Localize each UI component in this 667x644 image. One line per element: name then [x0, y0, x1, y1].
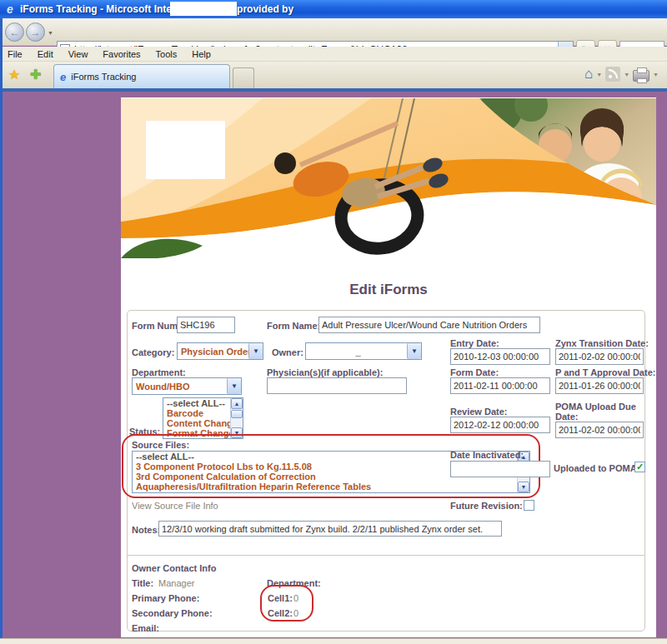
- department-label: Department:: [132, 367, 186, 377]
- pt-approval-date-label: P and T Approval Date:: [555, 367, 655, 377]
- status-scrollbar[interactable]: ▲ ▼: [230, 398, 243, 438]
- favorites-star-icon[interactable]: ★: [8, 67, 20, 82]
- future-revision-checkbox[interactable]: [524, 500, 534, 511]
- form-date-input[interactable]: [450, 377, 550, 394]
- department-select[interactable]: Wound/HBO ▼: [132, 377, 242, 395]
- physicians-input[interactable]: [267, 377, 407, 394]
- scroll-down-icon[interactable]: ▼: [231, 427, 243, 438]
- entry-date-input[interactable]: [450, 348, 550, 365]
- history-dropdown-icon[interactable]: ▼: [48, 30, 53, 36]
- chevron-down-icon[interactable]: ▼: [248, 343, 263, 359]
- scroll-up-icon[interactable]: ▲: [231, 398, 243, 409]
- poma-upload-due-date-label: POMA Upload Due Date:: [555, 402, 640, 422]
- menu-bar: File Edit View Favorites Tools Help: [0, 47, 667, 62]
- title-label: Title:: [132, 578, 153, 588]
- owner-contact-heading: Owner Contact Info: [132, 563, 216, 573]
- menu-favorites[interactable]: Favorites: [95, 49, 148, 59]
- notes-label: Notes:: [132, 525, 160, 535]
- ie-logo-icon: e: [3, 2, 17, 16]
- uploaded-to-poma-label: Uploaded to POMA:: [554, 463, 639, 473]
- zynx-transition-date-input[interactable]: [555, 348, 644, 365]
- form-name-input[interactable]: [318, 317, 540, 333]
- menu-file[interactable]: File: [0, 49, 30, 59]
- home-dropdown-icon[interactable]: ▼: [596, 72, 602, 77]
- redacted-box: [170, 2, 237, 16]
- category-label: Category:: [132, 347, 174, 357]
- menu-view[interactable]: View: [61, 49, 96, 59]
- form-num-label: Form Num:: [132, 321, 181, 331]
- chevron-down-icon[interactable]: ▼: [407, 343, 421, 359]
- window-left-border: [0, 18, 3, 638]
- form-date-label: Form Date:: [450, 367, 499, 377]
- future-revision-label: Future Revision:: [450, 501, 523, 511]
- zynx-transition-date-label: Zynx Transition Date:: [555, 338, 649, 348]
- view-source-file-info-link[interactable]: View Source File Info: [132, 501, 218, 511]
- banner-image: [121, 98, 656, 258]
- notes-input[interactable]: [158, 521, 502, 537]
- source-file-option[interactable]: Aquapheresis/Ultrafiltration Heparin Ref…: [133, 482, 529, 492]
- owner-label: Owner:: [272, 347, 303, 357]
- status-listbox[interactable]: --select ALL-- Barcode Content Change Fo…: [163, 397, 243, 439]
- title-value: Manager: [158, 578, 194, 588]
- physicians-label: Physician(s)(if applicable):: [267, 367, 383, 377]
- page-title: Edit iForms: [121, 282, 656, 298]
- owner-value: _: [306, 347, 407, 357]
- window-title: iForms Tracking - Microsoft Internet Exp…: [20, 3, 293, 15]
- source-files-label: Source Files:: [132, 440, 189, 450]
- review-date-input[interactable]: [450, 417, 550, 433]
- chevron-down-icon[interactable]: ▼: [227, 378, 241, 394]
- section-divider: [127, 555, 645, 556]
- menu-edit[interactable]: Edit: [30, 49, 61, 59]
- back-button[interactable]: ←: [5, 22, 24, 42]
- category-value: Physician Orders: [178, 347, 248, 357]
- status-label: Status:: [129, 427, 160, 437]
- tab-iforms-tracking[interactable]: e iForms Tracking: [53, 64, 230, 88]
- ie-tab-icon: e: [60, 71, 66, 83]
- entry-date-label: Entry Date:: [450, 338, 499, 348]
- cell2-label: Cell2:: [268, 608, 293, 618]
- primary-phone-label: Primary Phone:: [132, 593, 199, 603]
- date-inactivated-input[interactable]: [450, 461, 550, 477]
- browser-window: e iForms Tracking - Microsoft Internet E…: [0, 0, 667, 644]
- category-select[interactable]: Physician Orders ▼: [177, 342, 263, 360]
- command-icons: ⌂ ▼ ▼ ▼: [584, 67, 659, 82]
- form-name-label: Form Name:: [267, 321, 320, 331]
- navigation-bar: ← → ▼ http://intranet/iForms_Tracking/in…: [0, 18, 667, 46]
- owner-select[interactable]: _ ▼: [305, 342, 422, 360]
- poma-upload-due-date-input[interactable]: [555, 422, 644, 438]
- scrollbar-thumb[interactable]: [231, 410, 243, 418]
- forward-button[interactable]: →: [26, 22, 45, 42]
- tab-bar: ★ ✚ e iForms Tracking ⌂ ▼ ▼ ▼: [0, 62, 667, 88]
- title-bar: e iForms Tracking - Microsoft Internet E…: [0, 0, 667, 18]
- menu-tools[interactable]: Tools: [148, 49, 185, 59]
- contact-department-label: Department:: [267, 578, 321, 588]
- form-num-input[interactable]: [177, 317, 235, 333]
- rss-icon[interactable]: [605, 67, 620, 82]
- cell1-label: Cell1:: [268, 593, 293, 603]
- department-value: Wound/HBO: [133, 382, 227, 392]
- status-bar-strip: [0, 638, 667, 644]
- home-icon[interactable]: ⌂: [584, 67, 593, 82]
- rss-dropdown-icon[interactable]: ▼: [624, 72, 629, 77]
- email-label: Email:: [132, 623, 159, 633]
- secondary-phone-label: Secondary Phone:: [132, 608, 213, 618]
- cell1-value: 0: [293, 593, 298, 603]
- pt-approval-date-input[interactable]: [555, 377, 644, 394]
- window-content-border: [0, 88, 667, 92]
- review-date-label: Review Date:: [450, 407, 507, 417]
- menu-help[interactable]: Help: [184, 49, 218, 59]
- new-tab-button[interactable]: [233, 67, 254, 88]
- print-dropdown-icon[interactable]: ▼: [653, 72, 659, 77]
- cell2-value: 0: [293, 608, 298, 618]
- uploaded-to-poma-checkbox[interactable]: ✓: [634, 462, 645, 472]
- print-icon[interactable]: [633, 70, 649, 82]
- tab-label: iForms Tracking: [71, 72, 136, 82]
- scroll-down-icon[interactable]: ▼: [518, 482, 529, 492]
- add-favorite-icon[interactable]: ✚: [30, 67, 41, 82]
- date-inactivated-label: Date Inactivated:: [450, 450, 524, 460]
